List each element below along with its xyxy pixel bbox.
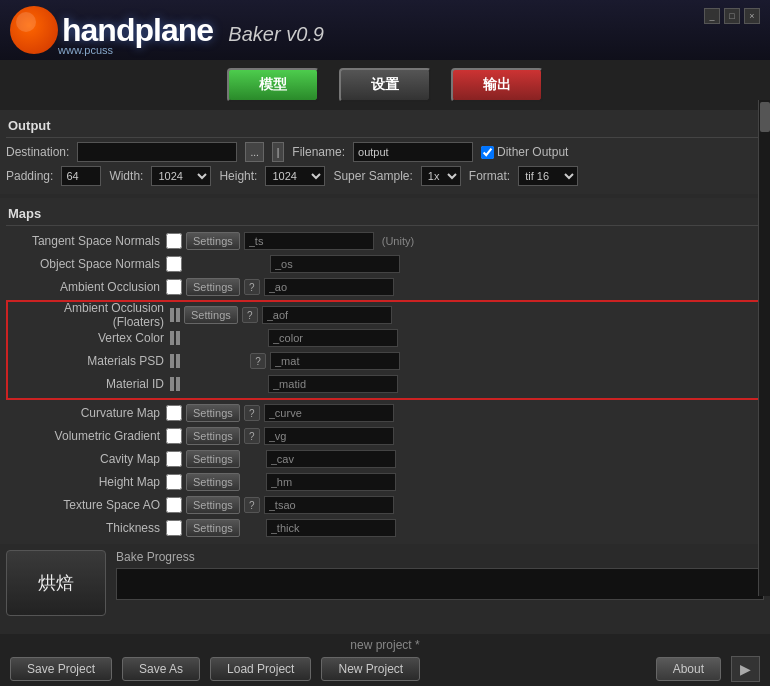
format-label: Format: xyxy=(469,169,510,183)
bar2 xyxy=(176,331,180,345)
map-suffix-tsao[interactable] xyxy=(264,496,394,514)
nav-tabs: 模型 设置 输出 xyxy=(0,60,770,110)
load-project-button[interactable]: Load Project xyxy=(210,657,311,681)
map-settings-vg[interactable]: Settings xyxy=(186,427,240,445)
map-help-curve[interactable]: ? xyxy=(244,405,260,421)
about-button[interactable]: About xyxy=(656,657,721,681)
tab-output[interactable]: 输出 xyxy=(451,68,543,102)
map-settings-thick[interactable]: Settings xyxy=(186,519,240,537)
map-help-tsao[interactable]: ? xyxy=(244,497,260,513)
scrollbar[interactable] xyxy=(758,100,770,596)
map-suffix-hm[interactable] xyxy=(266,473,396,491)
map-settings-tangent[interactable]: Settings xyxy=(186,232,240,250)
map-suffix-matid[interactable] xyxy=(268,375,398,393)
arrow-button[interactable]: ▶ xyxy=(731,656,760,682)
map-row-tangent: Tangent Space Normals Settings (Unity) xyxy=(6,230,764,252)
supersample-select[interactable]: 1x2x4x xyxy=(421,166,461,186)
map-suffix-ao[interactable] xyxy=(264,278,394,296)
bar1 xyxy=(170,331,174,345)
map-settings-hm[interactable]: Settings xyxy=(186,473,240,491)
map-check-thick[interactable] xyxy=(166,520,182,536)
bar2 xyxy=(176,377,180,391)
map-check-ao[interactable] xyxy=(166,279,182,295)
map-name-thick: Thickness xyxy=(6,521,166,535)
map-check-vg[interactable] xyxy=(166,428,182,444)
filename-input[interactable] xyxy=(353,142,473,162)
map-suffix-thick[interactable] xyxy=(266,519,396,537)
map-help-aof[interactable]: ? xyxy=(242,307,258,323)
map-name-curve: Curvature Map xyxy=(6,406,166,420)
bake-button[interactable]: 烘焙 xyxy=(6,550,106,616)
progress-bar xyxy=(116,568,764,600)
filename-label: Filename: xyxy=(292,145,345,159)
map-settings-aof[interactable]: Settings xyxy=(184,306,238,324)
map-settings-curve[interactable]: Settings xyxy=(186,404,240,422)
map-suffix-object[interactable] xyxy=(270,255,400,273)
map-suffix-curve[interactable] xyxy=(264,404,394,422)
map-check-curve[interactable] xyxy=(166,405,182,421)
bar1 xyxy=(170,377,174,391)
height-select[interactable]: 10245122048 xyxy=(265,166,325,186)
window-controls: _ □ × xyxy=(704,8,760,24)
map-name-object: Object Space Normals xyxy=(6,257,166,271)
browse-btn2[interactable]: | xyxy=(272,142,285,162)
close-button[interactable]: × xyxy=(744,8,760,24)
format-select[interactable]: tif 16tif 8png xyxy=(518,166,578,186)
map-suffix-cav[interactable] xyxy=(266,450,396,468)
bar1 xyxy=(170,354,174,368)
map-check-hm[interactable] xyxy=(166,474,182,490)
progress-label: Bake Progress xyxy=(116,550,764,564)
maximize-button[interactable]: □ xyxy=(724,8,740,24)
map-suffix-vg[interactable] xyxy=(264,427,394,445)
bars-color xyxy=(170,331,180,345)
map-settings-ao[interactable]: Settings xyxy=(186,278,240,296)
map-row-tsao: Texture Space AO Settings ? xyxy=(6,494,764,516)
padding-input[interactable] xyxy=(61,166,101,186)
map-check-object[interactable] xyxy=(166,256,182,272)
map-suffix-color[interactable] xyxy=(268,329,398,347)
bar2 xyxy=(176,308,180,322)
map-help-ao[interactable]: ? xyxy=(244,279,260,295)
map-name-aof: Ambient Occlusion (Floaters) xyxy=(10,301,170,329)
map-row-mat: Materials PSD ? xyxy=(10,350,760,372)
scrollbar-thumb[interactable] xyxy=(760,102,770,132)
map-help-vg[interactable]: ? xyxy=(244,428,260,444)
browse-btn1[interactable]: ... xyxy=(245,142,263,162)
map-name-color: Vertex Color xyxy=(10,331,170,345)
map-check-tsao[interactable] xyxy=(166,497,182,513)
padding-label: Padding: xyxy=(6,169,53,183)
save-as-button[interactable]: Save As xyxy=(122,657,200,681)
minimize-button[interactable]: _ xyxy=(704,8,720,24)
bars-mat xyxy=(170,354,180,368)
maps-header: Maps xyxy=(6,202,764,226)
width-select[interactable]: 10245122048 xyxy=(151,166,211,186)
map-row-hm: Height Map Settings xyxy=(6,471,764,493)
dither-label: Dither Output xyxy=(481,145,568,159)
bar2 xyxy=(176,354,180,368)
map-check-tangent[interactable] xyxy=(166,233,182,249)
map-suffix-tangent[interactable] xyxy=(244,232,374,250)
save-project-button[interactable]: Save Project xyxy=(10,657,112,681)
map-settings-tsao[interactable]: Settings xyxy=(186,496,240,514)
map-name-tsao: Texture Space AO xyxy=(6,498,166,512)
map-suffix-aof[interactable] xyxy=(262,306,392,324)
dither-checkbox[interactable] xyxy=(481,146,494,159)
bars-matid xyxy=(170,377,180,391)
map-row-color: Vertex Color xyxy=(10,327,760,349)
tab-model[interactable]: 模型 xyxy=(227,68,319,102)
new-project-button[interactable]: New Project xyxy=(321,657,420,681)
map-suffix-mat[interactable] xyxy=(270,352,400,370)
map-row-matid: Material ID xyxy=(10,373,760,395)
map-name-hm: Height Map xyxy=(6,475,166,489)
destination-label: Destination: xyxy=(6,145,69,159)
logo-text: handplane xyxy=(62,12,213,48)
tab-settings[interactable]: 设置 xyxy=(339,68,431,102)
bar1 xyxy=(170,308,174,322)
map-help-mat[interactable]: ? xyxy=(250,353,266,369)
height-label: Height: xyxy=(219,169,257,183)
destination-input[interactable] xyxy=(77,142,237,162)
map-settings-cav[interactable]: Settings xyxy=(186,450,240,468)
map-check-cav[interactable] xyxy=(166,451,182,467)
baker-version: Baker v0.9 xyxy=(228,23,324,45)
map-name-ao: Ambient Occlusion xyxy=(6,280,166,294)
